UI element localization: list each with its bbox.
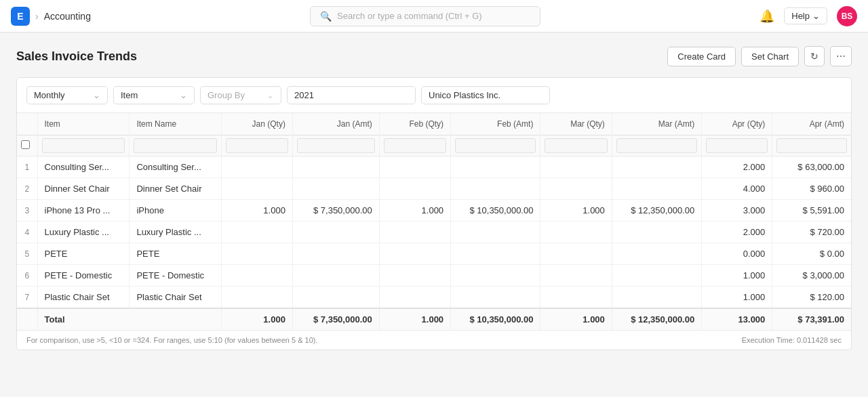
select-all-checkbox[interactable] <box>21 140 30 149</box>
filter-maramt-input[interactable] <box>616 138 697 153</box>
total-feb-amt: $ 10,350,000.00 <box>451 308 540 330</box>
filter-janqty-input[interactable] <box>226 138 288 153</box>
cell-jan-qty <box>222 156 293 178</box>
data-table: Item Item Name Jan (Qty) Jan (Amt) Feb (… <box>17 113 851 330</box>
set-chart-button[interactable]: Set Chart <box>741 47 799 66</box>
filter-item-input[interactable] <box>42 138 125 153</box>
table-row[interactable]: 1 Consulting Ser... Consulting Ser... 2.… <box>17 156 851 178</box>
search-bar[interactable]: 🔍 Search or type a command (Ctrl + G) <box>310 6 540 26</box>
row-number: 7 <box>17 287 37 309</box>
table-row[interactable]: 4 Luxury Plastic ... Luxury Plastic ... … <box>17 222 851 243</box>
period-value: Monthly <box>34 90 65 100</box>
cell-item: Dinner Set Chair <box>37 178 130 200</box>
cell-apr-amt: $ 5,591.00 <box>772 200 851 222</box>
notification-icon[interactable]: 🔔 <box>760 9 774 24</box>
cell-feb-amt <box>451 265 540 287</box>
period-filter[interactable]: Monthly ⌄ <box>26 86 108 104</box>
filter-febamt-input[interactable] <box>455 138 536 153</box>
cell-feb-amt <box>451 156 540 178</box>
cell-jan-qty <box>222 178 293 200</box>
cell-item-name: PETE <box>130 243 222 265</box>
cell-mar-amt <box>612 243 701 265</box>
cell-jan-amt <box>292 265 379 287</box>
cell-mar-amt: $ 12,350,000.00 <box>612 200 701 222</box>
filter-marqty-input[interactable] <box>545 138 607 153</box>
cell-mar-amt <box>612 287 701 309</box>
col-apr-qty: Apr (Qty) <box>702 113 772 135</box>
table-row[interactable]: 5 PETE PETE 0.000 $ 0.00 <box>17 243 851 265</box>
filter-itemname-cell[interactable] <box>130 135 222 156</box>
column-filter-row <box>17 135 851 156</box>
total-feb-qty: 1.000 <box>379 308 450 330</box>
cell-apr-amt: $ 0.00 <box>772 243 851 265</box>
table-row[interactable]: 3 iPhone 13 Pro ... iPhone 1.000 $ 7,350… <box>17 200 851 222</box>
avatar[interactable]: BS <box>837 6 857 26</box>
nav-right: 🔔 Help ⌄ BS <box>760 6 857 26</box>
header-actions: Create Card Set Chart ↻ ⋯ <box>667 46 852 66</box>
total-row: Total 1.000 $ 7,350,000.00 1.000 $ 10,35… <box>17 308 851 330</box>
total-mar-amt: $ 12,350,000.00 <box>612 308 701 330</box>
cell-feb-amt <box>451 178 540 200</box>
col-feb-amt: Feb (Amt) <box>451 113 540 135</box>
cell-feb-qty: 1.000 <box>379 200 450 222</box>
cell-feb-qty <box>379 287 450 309</box>
row-number: 6 <box>17 265 37 287</box>
app-icon[interactable]: E <box>11 7 30 26</box>
more-options-button[interactable]: ⋯ <box>830 46 852 66</box>
filter-janamt-input[interactable] <box>297 138 375 153</box>
filter-check-cell <box>17 135 37 156</box>
cell-mar-amt <box>612 178 701 200</box>
year-input[interactable] <box>287 86 416 104</box>
col-apr-amt: Apr (Amt) <box>772 113 851 135</box>
cell-apr-qty: 4.000 <box>702 178 772 200</box>
filter-apramt-cell[interactable] <box>772 135 851 156</box>
cell-apr-amt: $ 720.00 <box>772 222 851 243</box>
company-input[interactable] <box>421 86 550 104</box>
table-row[interactable]: 2 Dinner Set Chair Dinner Set Chair 4.00… <box>17 178 851 200</box>
cell-jan-qty: 1.000 <box>222 200 293 222</box>
page-header: Sales Invoice Trends Create Card Set Cha… <box>16 46 852 66</box>
cell-item-name: Consulting Ser... <box>130 156 222 178</box>
cell-mar-qty <box>540 265 612 287</box>
filter-aprqty-input[interactable] <box>706 138 768 153</box>
filter-row: Monthly ⌄ Item ⌄ Group By ⌄ <box>17 78 851 113</box>
table-body: 1 Consulting Ser... Consulting Ser... 2.… <box>17 156 851 331</box>
cell-item-name: iPhone <box>130 200 222 222</box>
create-card-button[interactable]: Create Card <box>667 47 736 66</box>
cell-feb-amt <box>451 243 540 265</box>
filter-febamt-cell[interactable] <box>451 135 540 156</box>
filter-janqty-cell[interactable] <box>222 135 293 156</box>
cell-jan-amt: $ 7,350,000.00 <box>292 200 379 222</box>
filter-febqty-cell[interactable] <box>379 135 450 156</box>
item-filter[interactable]: Item ⌄ <box>113 86 195 104</box>
cell-apr-amt: $ 63,000.00 <box>772 156 851 178</box>
search-placeholder: Search or type a command (Ctrl + G) <box>337 11 482 21</box>
table-row[interactable]: 6 PETE - Domestic PETE - Domestic 1.000 … <box>17 265 851 287</box>
cell-apr-qty: 1.000 <box>702 265 772 287</box>
cell-jan-amt <box>292 287 379 309</box>
cell-item: iPhone 13 Pro ... <box>37 200 130 222</box>
chevron-down-icon: ⌄ <box>180 90 187 100</box>
cell-item: Consulting Ser... <box>37 156 130 178</box>
filter-apramt-input[interactable] <box>776 138 847 153</box>
total-label: Total <box>37 308 222 330</box>
cell-mar-amt <box>612 265 701 287</box>
filter-marqty-cell[interactable] <box>540 135 612 156</box>
group-by-filter[interactable]: Group By ⌄ <box>200 86 281 104</box>
help-button[interactable]: Help ⌄ <box>784 7 827 24</box>
filter-aprqty-cell[interactable] <box>702 135 772 156</box>
chevron-down-icon: ⌄ <box>812 11 820 21</box>
cell-feb-qty <box>379 178 450 200</box>
filter-janamt-cell[interactable] <box>292 135 379 156</box>
refresh-button[interactable]: ↻ <box>804 46 825 66</box>
filter-febqty-input[interactable] <box>384 138 446 153</box>
cell-mar-qty <box>540 222 612 243</box>
filter-itemname-input[interactable] <box>134 138 217 153</box>
table-row[interactable]: 7 Plastic Chair Set Plastic Chair Set 1.… <box>17 287 851 309</box>
cell-item: Plastic Chair Set <box>37 287 130 309</box>
col-rownum <box>17 113 37 135</box>
col-feb-qty: Feb (Qty) <box>379 113 450 135</box>
cell-item-name: PETE - Domestic <box>130 265 222 287</box>
filter-maramt-cell[interactable] <box>612 135 701 156</box>
filter-item-cell[interactable] <box>37 135 130 156</box>
